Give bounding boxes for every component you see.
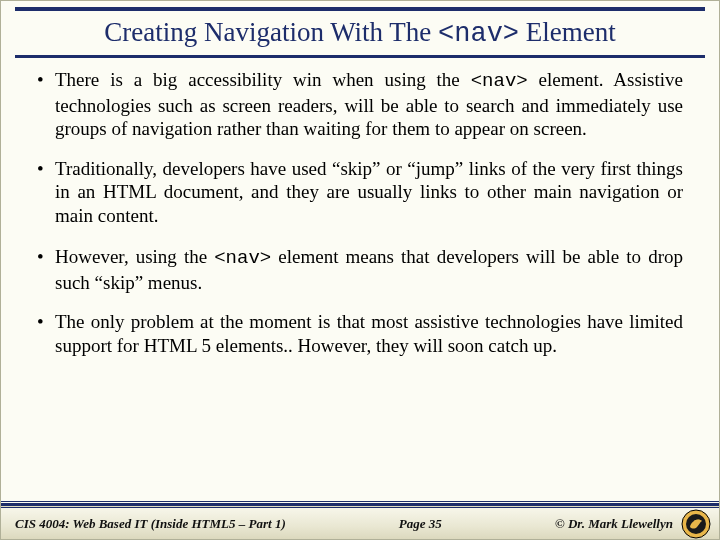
- bullet-code: <nav>: [471, 70, 528, 92]
- title-prefix: Creating Navigation With The: [104, 17, 438, 47]
- list-item: Traditionally, developers have used “ski…: [37, 157, 683, 230]
- bullet-text-pre: However, using the: [55, 246, 214, 267]
- bullet-code: <nav>: [214, 247, 271, 269]
- title-suffix: Element: [519, 17, 616, 47]
- bullet-text-pre: Traditionally, developers have used “ski…: [55, 158, 683, 226]
- list-item: There is a big accessibility win when us…: [37, 68, 683, 141]
- title-underline: [15, 55, 705, 58]
- bullet-text-pre: The only problem at the moment is that m…: [55, 311, 683, 356]
- slide-content: There is a big accessibility win when us…: [1, 66, 719, 359]
- slide-footer: CIS 4004: Web Based IT (Inside HTML5 – P…: [1, 505, 719, 539]
- slide-title: Creating Navigation With The <nav> Eleme…: [21, 17, 699, 49]
- title-code: <nav>: [438, 19, 519, 49]
- footer-page: Page 35: [286, 516, 555, 532]
- footer-course: CIS 4004: Web Based IT (Inside HTML5 – P…: [1, 516, 286, 532]
- list-item: However, using the <nav> element means t…: [37, 245, 683, 294]
- title-area: Creating Navigation With The <nav> Eleme…: [1, 11, 719, 53]
- footer-author: © Dr. Mark Llewellyn: [555, 516, 681, 532]
- list-item: The only problem at the moment is that m…: [37, 310, 683, 359]
- ucf-pegasus-logo-icon: [681, 509, 711, 539]
- bullet-text-pre: There is a big accessibility win when us…: [55, 69, 471, 90]
- bullet-list: There is a big accessibility win when us…: [37, 68, 683, 359]
